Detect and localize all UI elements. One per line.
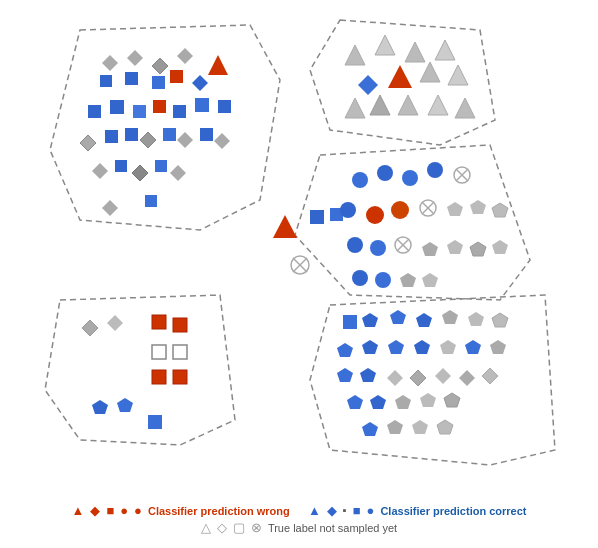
sym xyxy=(442,310,458,324)
sym xyxy=(388,340,404,354)
sym xyxy=(92,163,108,179)
legend-wrong-circle1: ● xyxy=(120,504,128,517)
sym xyxy=(152,76,165,89)
sym xyxy=(492,240,508,254)
sym-wrong xyxy=(388,65,412,88)
sym xyxy=(352,270,368,286)
sym xyxy=(340,202,356,218)
sym xyxy=(398,95,418,115)
sym-wrong xyxy=(170,70,183,83)
sym xyxy=(337,368,353,382)
sym xyxy=(140,132,156,148)
sym-wrong xyxy=(273,215,297,238)
legend-notsampled-label: True label not sampled yet xyxy=(268,522,397,534)
sym xyxy=(133,105,146,118)
sym xyxy=(192,75,208,91)
sym xyxy=(362,422,378,436)
sym xyxy=(148,415,162,429)
sym-wrong xyxy=(152,370,166,384)
sym xyxy=(420,62,440,82)
sym xyxy=(435,368,451,384)
sym xyxy=(132,165,148,181)
sym xyxy=(117,398,133,412)
sym xyxy=(387,420,403,434)
sym-wrong xyxy=(173,370,187,384)
sym xyxy=(465,340,481,354)
sym xyxy=(115,160,127,172)
sym xyxy=(437,420,453,434)
sym xyxy=(145,195,157,207)
sym xyxy=(337,343,353,357)
sym xyxy=(400,273,416,287)
sym xyxy=(152,58,168,74)
sym xyxy=(422,273,438,287)
legend-correct-triangle: ▲ xyxy=(308,504,321,517)
sym xyxy=(125,128,138,141)
legend-wrong-label: Classifier prediction wrong xyxy=(148,505,290,517)
sym xyxy=(492,203,508,217)
sym xyxy=(444,393,460,407)
sym-wrong xyxy=(391,201,409,219)
sym xyxy=(102,55,118,71)
sym xyxy=(402,170,418,186)
sym xyxy=(395,395,411,409)
sym-wrong xyxy=(153,100,166,113)
sym xyxy=(214,133,230,149)
legend-correct-square: ■ xyxy=(353,504,361,517)
sym xyxy=(88,105,101,118)
sym xyxy=(468,312,484,326)
sym xyxy=(127,50,143,66)
sym xyxy=(155,160,167,172)
sym xyxy=(195,98,209,112)
sym xyxy=(427,162,443,178)
legend-wrong-square: ■ xyxy=(106,504,114,517)
sym xyxy=(125,72,138,85)
cluster-4 xyxy=(45,295,235,445)
sym xyxy=(447,240,463,254)
sym xyxy=(177,48,193,64)
legend-notsampled-triangle: △ xyxy=(201,521,211,534)
sym xyxy=(345,98,365,118)
sym xyxy=(470,200,486,214)
sym xyxy=(370,95,390,115)
legend-area: ▲ ◆ ■ ● ● Classifier prediction wrong ▲ … xyxy=(0,490,598,548)
sym-wrong xyxy=(366,206,384,224)
legend-wrong-circle2: ● xyxy=(134,504,142,517)
sym xyxy=(482,368,498,384)
sym xyxy=(100,75,112,87)
sym xyxy=(414,340,430,354)
sym xyxy=(345,45,365,65)
sym xyxy=(173,345,187,359)
sym xyxy=(428,95,448,115)
sym xyxy=(377,165,393,181)
sym xyxy=(370,395,386,409)
legend-correct-label: Classifier prediction correct xyxy=(380,505,526,517)
sym xyxy=(492,313,508,327)
scatter-plot xyxy=(0,0,598,490)
sym xyxy=(370,240,386,256)
sym xyxy=(200,128,213,141)
sym xyxy=(447,202,463,216)
sym xyxy=(360,368,376,382)
sym xyxy=(110,100,124,114)
sym xyxy=(405,42,425,62)
sym xyxy=(470,242,486,256)
sym xyxy=(163,128,176,141)
sym xyxy=(362,340,378,354)
sym xyxy=(218,100,231,113)
legend-notsampled-diamond: ◇ xyxy=(217,521,227,534)
sym xyxy=(440,340,456,354)
sym xyxy=(420,393,436,407)
sym xyxy=(435,40,455,60)
sym xyxy=(375,272,391,288)
sym xyxy=(105,130,118,143)
legend-row-1: ▲ ◆ ■ ● ● Classifier prediction wrong ▲ … xyxy=(72,504,527,517)
sym xyxy=(310,210,324,224)
legend-correct-diamond: ◆ xyxy=(327,504,337,517)
legend-notsampled-square: ▢ xyxy=(233,521,245,534)
sym xyxy=(410,370,426,386)
sym-wrong xyxy=(208,55,228,75)
sym xyxy=(459,370,475,386)
sym xyxy=(82,320,98,336)
sym xyxy=(170,165,186,181)
